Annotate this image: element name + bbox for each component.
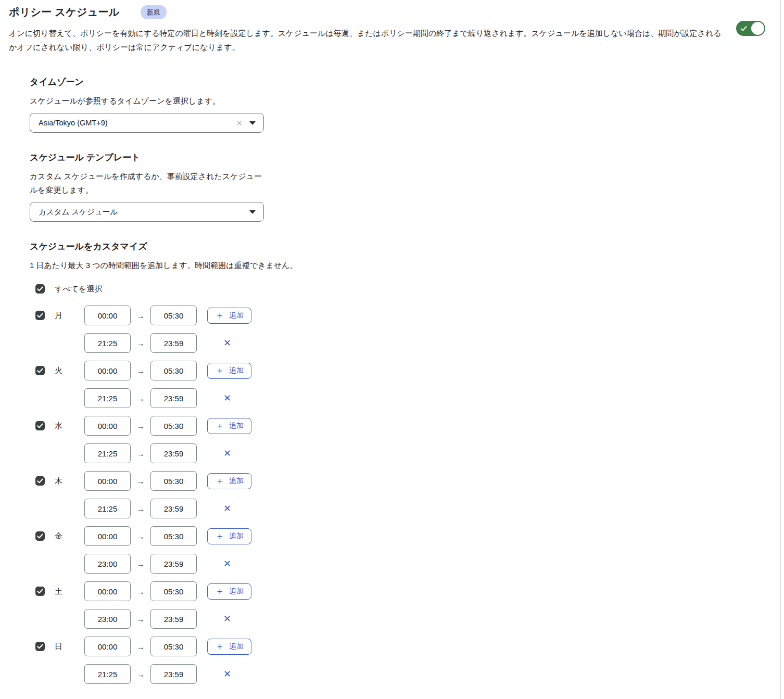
- time-end-input[interactable]: [150, 637, 197, 656]
- remove-range-button[interactable]: ✕: [223, 393, 231, 403]
- range-action-cell: ✕: [207, 669, 231, 679]
- range-action-cell: ✕: [207, 393, 231, 403]
- day-label: 土: [55, 587, 62, 596]
- day-checkbox[interactable]: [35, 642, 45, 651]
- day-checkbox[interactable]: [35, 476, 45, 486]
- range-action-cell: ✕: [207, 559, 231, 568]
- time-end-input[interactable]: [150, 388, 197, 408]
- check-icon: [740, 24, 747, 34]
- time-start-input[interactable]: [84, 471, 131, 491]
- day-range-row: →✕: [30, 499, 784, 518]
- plus-icon: ＋: [215, 642, 224, 651]
- schedule-template-select[interactable]: カスタム スケジュール: [30, 202, 264, 222]
- time-start-input[interactable]: [84, 609, 131, 629]
- time-end-input[interactable]: [150, 306, 197, 325]
- time-start-input[interactable]: [84, 443, 131, 463]
- time-start-input[interactable]: [84, 664, 131, 684]
- time-end-input[interactable]: [150, 333, 197, 353]
- arrow-right-icon: →: [131, 504, 150, 513]
- day-checkbox[interactable]: [35, 366, 45, 375]
- arrow-right-icon: →: [131, 366, 150, 375]
- remove-range-button[interactable]: ✕: [223, 504, 231, 513]
- day-range-row: →✕: [30, 609, 784, 629]
- time-start-input[interactable]: [84, 554, 131, 574]
- day-checkbox[interactable]: [35, 531, 45, 541]
- arrow-right-icon: →: [131, 339, 150, 348]
- add-range-button[interactable]: ＋追加: [207, 363, 251, 379]
- remove-range-button[interactable]: ✕: [223, 614, 231, 624]
- time-start-input[interactable]: [84, 306, 131, 325]
- select-all-label: すべてを選択: [55, 284, 102, 294]
- schedule-template-value: カスタム スケジュール: [39, 207, 249, 217]
- day-lead: 木: [30, 476, 84, 486]
- day-label: 火: [55, 366, 62, 376]
- time-end-input[interactable]: [150, 471, 197, 491]
- header-description: オンに切り替えて、ポリシーを有効にする特定の曜日と時刻を設定します。スケジュール…: [9, 26, 728, 54]
- day-range-row: →✕: [30, 664, 784, 684]
- time-end-input[interactable]: [150, 416, 197, 436]
- timezone-select[interactable]: Asia/Tokyo (GMT+9) ✕: [30, 113, 264, 133]
- select-all-row: すべてを選択: [35, 284, 784, 294]
- caret-down-icon: [249, 210, 256, 214]
- time-end-input[interactable]: [150, 609, 197, 629]
- range-action-cell: ＋追加: [207, 639, 251, 655]
- range-action-cell: ＋追加: [207, 583, 251, 600]
- day-range-row: 木→＋追加: [30, 471, 784, 491]
- day-label: 金: [55, 531, 62, 541]
- remove-range-button[interactable]: ✕: [223, 559, 231, 568]
- time-start-input[interactable]: [84, 388, 131, 408]
- time-start-input[interactable]: [84, 637, 131, 656]
- page-title: ポリシー スケジュール: [9, 5, 120, 19]
- range-action-cell: ✕: [207, 338, 231, 348]
- day-label: 木: [55, 476, 62, 486]
- plus-icon: ＋: [215, 421, 224, 430]
- select-all-checkbox[interactable]: [35, 284, 45, 294]
- add-range-button[interactable]: ＋追加: [207, 308, 251, 324]
- time-end-input[interactable]: [150, 443, 197, 463]
- time-start-input[interactable]: [84, 333, 131, 353]
- add-button-label: 追加: [229, 311, 244, 320]
- day-range-row: 月→＋追加: [30, 306, 784, 325]
- policy-schedule-toggle[interactable]: [736, 21, 765, 36]
- time-end-input[interactable]: [150, 361, 197, 380]
- range-action-cell: ＋追加: [207, 308, 251, 324]
- time-end-input[interactable]: [150, 664, 197, 684]
- clear-icon[interactable]: ✕: [236, 119, 243, 127]
- day-checkbox[interactable]: [35, 421, 45, 430]
- add-range-button[interactable]: ＋追加: [207, 473, 251, 489]
- plus-icon: ＋: [215, 587, 224, 596]
- add-range-button[interactable]: ＋追加: [207, 528, 251, 544]
- time-start-input[interactable]: [84, 581, 131, 601]
- customize-description: 1 日あたり最大 3 つの時間範囲を追加します。時間範囲は重複できません。: [30, 259, 498, 272]
- remove-range-button[interactable]: ✕: [223, 449, 231, 458]
- time-end-input[interactable]: [150, 499, 197, 518]
- time-end-input[interactable]: [150, 554, 197, 574]
- time-end-input[interactable]: [150, 581, 197, 601]
- arrow-right-icon: →: [131, 532, 150, 541]
- timezone-value: Asia/Tokyo (GMT+9): [39, 119, 236, 127]
- arrow-right-icon: →: [131, 394, 150, 403]
- day-label: 日: [55, 642, 62, 652]
- day-checkbox[interactable]: [35, 587, 45, 596]
- day-lead: 月: [30, 311, 84, 321]
- day-checkbox[interactable]: [35, 311, 45, 320]
- day-lead: 日: [30, 642, 84, 652]
- remove-range-button[interactable]: ✕: [223, 669, 231, 679]
- day-range-row: 金→＋追加: [30, 526, 784, 546]
- time-end-input[interactable]: [150, 526, 197, 546]
- time-start-input[interactable]: [84, 499, 131, 518]
- time-start-input[interactable]: [84, 361, 131, 380]
- add-range-button[interactable]: ＋追加: [207, 418, 251, 434]
- time-start-input[interactable]: [84, 416, 131, 436]
- time-start-input[interactable]: [84, 526, 131, 546]
- day-lead: 水: [30, 421, 84, 431]
- range-action-cell: ＋追加: [207, 418, 251, 434]
- caret-down-icon: [249, 121, 256, 125]
- arrow-right-icon: →: [131, 560, 150, 568]
- day-range-row: →✕: [30, 443, 784, 463]
- add-range-button[interactable]: ＋追加: [207, 583, 251, 600]
- remove-range-button[interactable]: ✕: [223, 338, 231, 348]
- customize-heading: スケジュールをカスタマイズ: [30, 240, 784, 252]
- add-range-button[interactable]: ＋追加: [207, 639, 251, 655]
- day-range-row: 水→＋追加: [30, 416, 784, 436]
